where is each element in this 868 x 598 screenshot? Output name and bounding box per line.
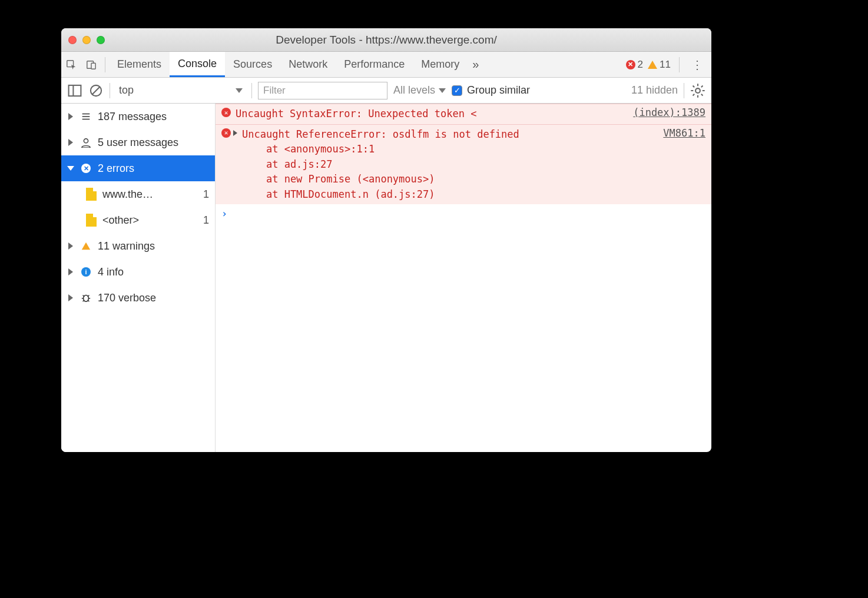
sidebar-item-errors[interactable]: ✕ 2 errors — [61, 155, 215, 181]
group-similar-toggle[interactable]: ✓ Group similar — [452, 84, 530, 97]
chevron-down-icon — [236, 88, 243, 93]
context-label: top — [119, 84, 134, 97]
levels-label: All levels — [393, 84, 435, 97]
tab-performance[interactable]: Performance — [336, 52, 413, 77]
file-icon — [86, 214, 97, 227]
error-count: 2 — [638, 59, 643, 71]
warning-icon — [648, 61, 657, 69]
svg-line-6 — [92, 87, 100, 94]
hidden-count[interactable]: 11 hidden — [631, 84, 678, 97]
file-icon — [86, 188, 97, 201]
console-error-message[interactable]: ✕ Uncaught SyntaxError: Unexpected token… — [216, 104, 711, 124]
message-text: Uncaught ReferenceError: osdlfm is not d… — [242, 127, 652, 202]
context-selector[interactable]: top — [116, 82, 246, 98]
sidebar-error-source[interactable]: www.the… 1 — [61, 181, 215, 207]
svg-line-18 — [88, 300, 90, 302]
console-sidebar: 187 messages 5 user messages ✕ 2 errors — [61, 104, 216, 452]
devtools-tabstrip: Elements Console Sources Network Perform… — [61, 52, 711, 78]
sidebar-item-label: 4 info — [98, 266, 124, 278]
window-title: Developer Tools - https://www.theverge.c… — [61, 34, 711, 46]
tab-elements[interactable]: Elements — [109, 52, 170, 77]
svg-rect-3 — [69, 85, 81, 95]
svg-point-7 — [695, 88, 700, 93]
list-icon — [80, 111, 92, 122]
error-icon: ✕ — [221, 128, 231, 138]
devtools-window: Developer Tools - https://www.theverge.c… — [61, 28, 711, 452]
error-icon: ✕ — [221, 108, 231, 117]
sidebar-item-user-messages[interactable]: 5 user messages — [61, 129, 215, 155]
user-icon — [80, 137, 92, 148]
sidebar-item-warnings[interactable]: 11 warnings — [61, 233, 215, 259]
checkbox-checked-icon: ✓ — [452, 85, 462, 96]
chevron-down-icon — [439, 88, 446, 93]
bug-icon — [80, 293, 92, 303]
source-label: www.the… — [102, 188, 153, 201]
kebab-menu-icon[interactable]: ⋮ — [688, 58, 707, 72]
svg-point-11 — [84, 139, 88, 143]
zoom-window-button[interactable] — [97, 36, 105, 44]
info-icon: i — [80, 267, 92, 277]
tab-sources[interactable]: Sources — [225, 52, 280, 77]
minimize-window-button[interactable] — [82, 36, 91, 44]
toggle-sidebar-icon[interactable] — [67, 83, 82, 98]
console-toolbar: top All levels ✓ Group similar 11 hidden — [61, 78, 711, 104]
filter-input[interactable] — [258, 82, 387, 99]
settings-gear-icon[interactable] — [690, 83, 705, 98]
tab-network[interactable]: Network — [280, 52, 336, 77]
sidebar-item-label: 170 verbose — [98, 292, 156, 304]
close-window-button[interactable] — [68, 36, 77, 44]
warning-icon — [80, 242, 92, 250]
sidebar-item-label: 11 warnings — [98, 240, 155, 253]
log-levels-selector[interactable]: All levels — [393, 84, 446, 97]
window-controls — [68, 36, 105, 44]
message-source-link[interactable]: VM861:1 — [657, 127, 705, 139]
source-count: 1 — [203, 188, 215, 201]
sidebar-item-label: 5 user messages — [98, 137, 178, 149]
svg-line-15 — [83, 295, 85, 297]
sidebar-error-source[interactable]: <other> 1 — [61, 207, 215, 233]
titlebar: Developer Tools - https://www.theverge.c… — [61, 28, 711, 52]
tab-console[interactable]: Console — [170, 52, 225, 77]
warning-count-badge[interactable]: 11 — [648, 59, 671, 71]
error-icon: ✕ — [626, 60, 635, 69]
inspect-element-icon[interactable] — [61, 59, 81, 70]
tab-memory[interactable]: Memory — [413, 52, 468, 77]
source-count: 1 — [203, 214, 215, 227]
sidebar-item-verbose[interactable]: 170 verbose — [61, 285, 215, 311]
group-similar-label: Group similar — [467, 84, 530, 97]
error-icon: ✕ — [80, 164, 92, 173]
svg-line-16 — [88, 295, 90, 297]
tabs: Elements Console Sources Network Perform… — [109, 52, 468, 77]
console-prompt[interactable]: › — [216, 204, 711, 223]
console-error-message[interactable]: ✕ Uncaught ReferenceError: osdlfm is not… — [216, 124, 711, 205]
sidebar-item-messages[interactable]: 187 messages — [61, 104, 215, 129]
sidebar-item-info[interactable]: i 4 info — [61, 259, 215, 285]
message-text: Uncaught SyntaxError: Unexpected token < — [236, 107, 622, 122]
sidebar-item-label: 2 errors — [98, 162, 134, 175]
warning-count: 11 — [660, 59, 671, 71]
message-source-link[interactable]: (index):1389 — [627, 107, 705, 118]
clear-console-icon[interactable] — [88, 83, 104, 98]
console-output: ✕ Uncaught SyntaxError: Unexpected token… — [216, 104, 711, 452]
expand-icon[interactable] — [233, 130, 237, 136]
svg-rect-2 — [91, 63, 95, 69]
source-label: <other> — [102, 214, 139, 227]
overflow-tabs-icon[interactable]: » — [468, 58, 483, 71]
error-count-badge[interactable]: ✕ 2 — [626, 59, 643, 71]
device-toolbar-icon[interactable] — [81, 59, 101, 70]
svg-line-17 — [83, 300, 85, 302]
sidebar-item-label: 187 messages — [98, 111, 167, 123]
